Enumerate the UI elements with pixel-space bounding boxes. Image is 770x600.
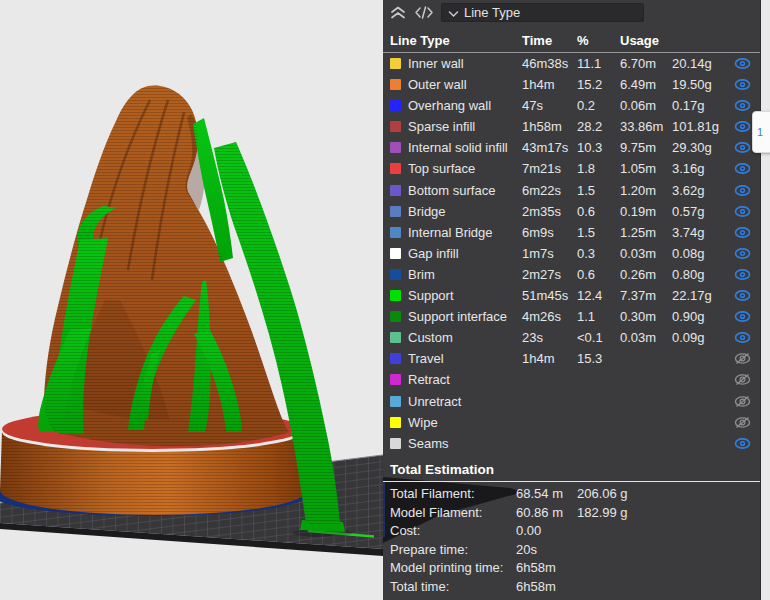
visibility-eye-icon[interactable] [734, 162, 751, 175]
line-type-weight: 3.62g [672, 183, 705, 198]
totals-row: Model printing time: 6h58m [383, 558, 760, 577]
view-type-selected: Line Type [464, 5, 520, 20]
line-type-color-swatch [390, 353, 401, 364]
line-type-label: Brim [408, 267, 435, 282]
line-type-weight: 0.80g [672, 267, 705, 282]
line-type-color-swatch [390, 290, 401, 301]
line-type-time: 1m7s [522, 246, 554, 261]
line-type-label: Sparse infill [408, 119, 475, 134]
line-type-length: 0.03m [620, 246, 656, 261]
line-type-time: 6m9s [522, 225, 554, 240]
table-row: Retract [383, 369, 760, 390]
line-type-time: 23s [522, 330, 543, 345]
table-row: Overhang wall 47s 0.2 0.06m 0.17g [383, 95, 760, 116]
line-type-weight: 0.08g [672, 246, 705, 261]
line-type-length: 1.20m [620, 183, 656, 198]
line-type-percent: 1.8 [577, 161, 595, 176]
line-type-percent: 15.2 [577, 77, 602, 92]
line-type-time: 1h4m [522, 351, 555, 366]
line-type-percent: 0.2 [577, 98, 595, 113]
viewport-3d[interactable] [0, 0, 383, 600]
totals-label: Model Filament: [390, 505, 482, 520]
visibility-eye-icon[interactable] [734, 184, 751, 197]
line-type-rows: Inner wall 46m38s 11.1 6.70m 20.14g Oute… [383, 53, 760, 454]
line-type-label: Bottom surface [408, 183, 495, 198]
column-header-percent: % [577, 33, 589, 51]
visibility-eye-off-icon[interactable] [734, 416, 751, 429]
line-type-length: 1.25m [620, 225, 656, 240]
line-type-label: Retract [408, 372, 450, 387]
line-type-length: 0.03m [620, 330, 656, 345]
chevron-down-icon [448, 6, 459, 21]
totals-label: Cost: [390, 523, 420, 538]
line-type-color-swatch [390, 417, 401, 428]
visibility-eye-icon[interactable] [734, 289, 751, 302]
gcode-view-icon[interactable] [414, 4, 434, 22]
table-row: Internal Bridge 6m9s 1.5 1.25m 3.74g [383, 222, 760, 243]
visibility-eye-icon[interactable] [734, 99, 751, 112]
line-type-color-swatch [390, 163, 401, 174]
table-row: Gap infill 1m7s 0.3 0.03m 0.08g [383, 243, 760, 264]
layer-slider-badge: ‹ 1 [752, 111, 770, 153]
totals-label: Model printing time: [390, 560, 503, 575]
visibility-eye-icon[interactable] [734, 141, 751, 154]
table-row: Bottom surface 6m22s 1.5 1.20m 3.62g [383, 180, 760, 201]
view-type-dropdown[interactable]: Line Type [441, 3, 644, 22]
totals-label: Total time: [390, 579, 449, 594]
line-type-weight: 0.57g [672, 204, 705, 219]
line-type-label: Unretract [408, 394, 461, 409]
visibility-eye-icon[interactable] [734, 310, 751, 323]
layer-badge-value: 1 [757, 126, 763, 138]
line-type-percent: 10.3 [577, 140, 602, 155]
line-type-time: 46m38s [522, 56, 568, 71]
table-row: Bridge 2m35s 0.6 0.19m 0.57g [383, 201, 760, 222]
line-type-label: Outer wall [408, 77, 467, 92]
table-row: Internal solid infill 43m17s 10.3 9.75m … [383, 137, 760, 158]
table-row: Support interface 4m26s 1.1 0.30m 0.90g [383, 306, 760, 327]
line-type-color-swatch [390, 142, 401, 153]
line-type-color-swatch [390, 121, 401, 132]
visibility-eye-icon[interactable] [734, 120, 751, 133]
visibility-eye-icon[interactable] [734, 78, 751, 91]
line-type-weight: 22.17g [672, 288, 712, 303]
line-type-percent: 0.6 [577, 267, 595, 282]
line-type-percent: 1.5 [577, 225, 595, 240]
line-type-percent: 12.4 [577, 288, 602, 303]
line-type-color-swatch [390, 79, 401, 90]
line-type-color-swatch [390, 100, 401, 111]
line-type-weight: 3.16g [672, 161, 705, 176]
line-type-label: Support interface [408, 309, 507, 324]
line-type-label: Inner wall [408, 56, 464, 71]
visibility-eye-icon[interactable] [734, 247, 751, 260]
visibility-eye-icon[interactable] [734, 331, 751, 344]
totals-value: 60.86 m [516, 505, 563, 520]
line-type-weight: 29.30g [672, 140, 712, 155]
line-type-color-swatch [390, 374, 401, 385]
visibility-eye-off-icon[interactable] [734, 352, 751, 365]
line-type-length: 0.19m [620, 204, 656, 219]
line-type-color-swatch [390, 269, 401, 280]
table-row: Outer wall 1h4m 15.2 6.49m 19.50g [383, 74, 760, 95]
line-type-label: Travel [408, 351, 444, 366]
line-type-length: 0.30m [620, 309, 656, 324]
visibility-eye-off-icon[interactable] [734, 373, 751, 386]
visibility-eye-icon[interactable] [734, 226, 751, 239]
line-type-color-swatch [390, 332, 401, 343]
panel-toolbar: Line Type [383, 0, 760, 26]
line-type-color-swatch [390, 58, 401, 69]
line-type-percent: 0.3 [577, 246, 595, 261]
visibility-eye-off-icon[interactable] [734, 395, 751, 408]
line-type-time: 4m26s [522, 309, 561, 324]
totals-label: Prepare time: [390, 542, 468, 557]
visibility-eye-icon[interactable] [734, 437, 751, 450]
line-type-weight: 20.14g [672, 56, 712, 71]
visibility-eye-icon[interactable] [734, 268, 751, 281]
collapse-panel-icon[interactable] [389, 4, 409, 22]
visibility-eye-icon[interactable] [734, 205, 751, 218]
line-type-label: Overhang wall [408, 98, 491, 113]
line-type-length: 33.86m [620, 119, 663, 134]
layer-badge-tick: ‹ [757, 116, 770, 126]
line-type-length: 7.37m [620, 288, 656, 303]
visibility-eye-icon[interactable] [734, 57, 751, 70]
line-type-time: 7m21s [522, 161, 561, 176]
